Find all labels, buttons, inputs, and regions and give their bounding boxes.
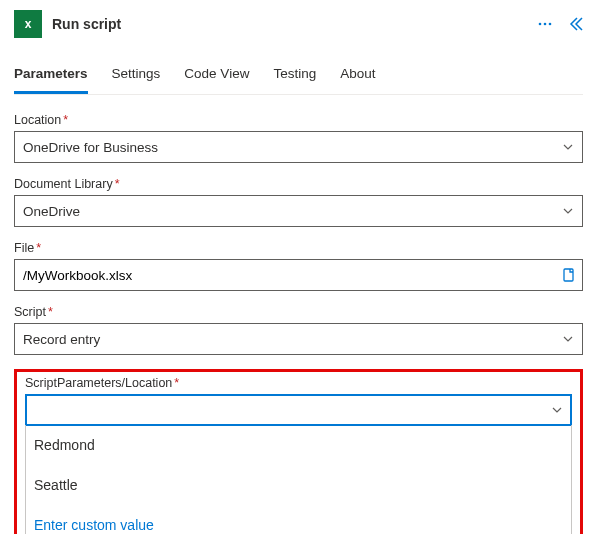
dropdown-option[interactable]: Redmond (26, 425, 571, 465)
required-asterisk: * (174, 376, 179, 390)
highlighted-region: ScriptParameters/Location* Redmond Seatt… (14, 369, 583, 534)
param-location-select[interactable] (25, 394, 572, 426)
tab-code-view[interactable]: Code View (184, 60, 249, 94)
dropdown-option[interactable]: Seattle (26, 465, 571, 505)
excel-icon: x (14, 10, 42, 38)
library-select[interactable]: OneDrive (14, 195, 583, 227)
field-script-parameters-location: ScriptParameters/Location* Redmond Seatt… (25, 376, 572, 534)
panel-title: Run script (52, 16, 527, 32)
param-location-dropdown: Redmond Seattle Enter custom value (25, 425, 572, 534)
file-input[interactable] (14, 259, 583, 291)
more-icon[interactable] (537, 16, 553, 32)
svg-point-1 (544, 23, 547, 26)
field-label: ScriptParameters/Location (25, 376, 172, 390)
tabs: Parameters Settings Code View Testing Ab… (14, 60, 583, 95)
field-label: File (14, 241, 34, 255)
file-picker-icon[interactable] (561, 267, 577, 283)
required-asterisk: * (48, 305, 53, 319)
svg-point-2 (549, 23, 552, 26)
script-select[interactable]: Record entry (14, 323, 583, 355)
tab-about[interactable]: About (340, 60, 375, 94)
field-file: File* (14, 241, 583, 291)
tab-testing[interactable]: Testing (273, 60, 316, 94)
field-label: Script (14, 305, 46, 319)
chevron-down-icon (562, 333, 574, 345)
field-document-library: Document Library* OneDrive (14, 177, 583, 227)
chevron-down-icon (562, 141, 574, 153)
enter-custom-value[interactable]: Enter custom value (26, 505, 571, 534)
field-script: Script* Record entry (14, 305, 583, 355)
field-location: Location* OneDrive for Business (14, 113, 583, 163)
chevron-down-icon (562, 205, 574, 217)
field-label: Location (14, 113, 61, 127)
chevron-down-icon (551, 404, 563, 416)
location-select[interactable]: OneDrive for Business (14, 131, 583, 163)
tab-settings[interactable]: Settings (112, 60, 161, 94)
required-asterisk: * (36, 241, 41, 255)
required-asterisk: * (63, 113, 68, 127)
panel-header: x Run script (14, 10, 583, 38)
svg-point-0 (539, 23, 542, 26)
required-asterisk: * (115, 177, 120, 191)
tab-parameters[interactable]: Parameters (14, 60, 88, 94)
svg-rect-3 (564, 269, 573, 281)
field-label: Document Library (14, 177, 113, 191)
collapse-icon[interactable] (567, 16, 583, 32)
